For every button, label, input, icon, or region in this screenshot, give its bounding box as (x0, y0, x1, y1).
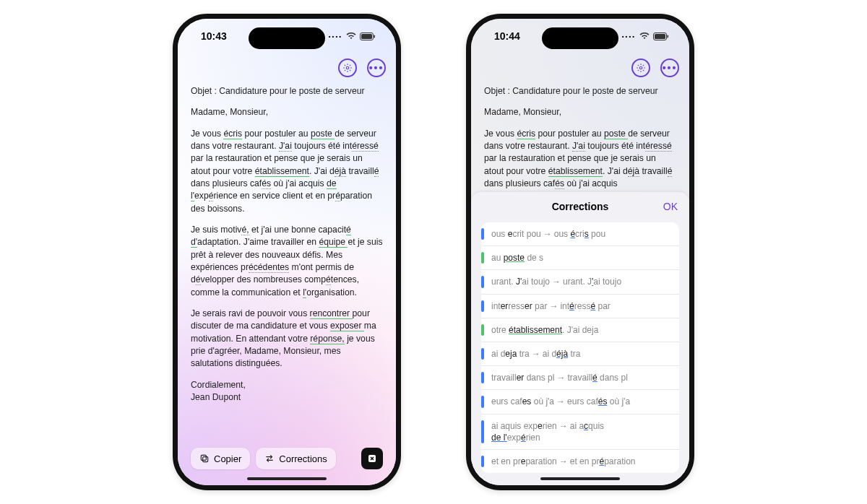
status-icons: •••• (622, 32, 669, 40)
correction-row[interactable]: ous ecrit pou→ous écris pou (481, 222, 679, 246)
paragraph-2: Je suis motivé, et j'ai une bonne capaci… (191, 224, 383, 299)
paragraph-1: Je vous écris pour postuler au poste de … (484, 128, 676, 191)
copy-label: Copier (214, 453, 241, 464)
clear-button[interactable] (361, 448, 383, 469)
correction-row[interactable]: travailler dans pl→travaillé dans pl (481, 365, 679, 389)
letter-content: Objet : Candidature pour le poste de ser… (484, 85, 676, 199)
correction-row[interactable]: au poste de s (481, 246, 679, 269)
clear-x-icon (368, 455, 376, 462)
signoff: Cordialement,Jean Dupont (191, 379, 383, 404)
svg-rect-8 (655, 34, 665, 39)
svg-rect-5 (201, 455, 206, 460)
correction-row[interactable]: interresser par→intéressé par (481, 294, 679, 318)
correction-bar (481, 276, 484, 287)
sheet-header: Corrections OK (471, 192, 689, 220)
correction-bar (481, 420, 484, 443)
status-time: 10:43 (201, 30, 227, 42)
subject-line: Objet : Candidature pour le poste de ser… (191, 85, 383, 97)
sheet-ok-button[interactable]: OK (663, 201, 678, 212)
paragraph-1: Je vous écris pour postuler au poste de … (191, 128, 383, 215)
correction-bar (481, 252, 484, 264)
corrections-label: Corrections (279, 453, 327, 464)
copy-button[interactable]: Copier (191, 448, 250, 469)
top-toolbar: ••• (338, 58, 386, 77)
correction-row[interactable]: ai deja tra→ai déjà tra (481, 342, 679, 365)
svg-rect-9 (668, 35, 669, 38)
status-icons: •••• (329, 32, 376, 40)
top-toolbar: ••• (631, 58, 679, 77)
letter-content: Objet : Candidature pour le poste de ser… (191, 85, 383, 412)
status-time: 10:44 (494, 30, 520, 42)
corrections-button[interactable]: Corrections (256, 448, 335, 469)
corrections-sheet: Corrections OK ous ecrit pou→ous écris p… (471, 192, 689, 485)
correction-bar (481, 456, 484, 467)
correction-row[interactable]: eurs cafes où j'a→eurs cafés où j'a (481, 389, 679, 413)
correction-row[interactable]: et en preparation→et en préparation (481, 449, 679, 473)
corrections-list[interactable]: ous ecrit pou→ous écris pou au poste de … (481, 222, 679, 473)
svg-rect-1 (361, 34, 372, 39)
phone-right: 10:44 •••• ••• Objet : Candidature pour … (466, 14, 694, 490)
dynamic-island (542, 27, 618, 49)
correction-row[interactable]: otre établissement. J'ai deja (481, 318, 679, 342)
home-indicator (247, 477, 327, 480)
more-menu-icon[interactable]: ••• (367, 58, 386, 77)
paragraph-3: Je serais ravi de pouvoir vous rencontre… (191, 308, 383, 370)
bottom-action-bar: Copier Corrections (191, 448, 383, 469)
svg-point-10 (639, 66, 642, 69)
phone-left: 10:43 •••• ••• Objet : Candidature pour … (173, 14, 401, 490)
swap-icon (264, 453, 275, 464)
correction-bar (481, 348, 484, 360)
sheet-title: Corrections (552, 201, 609, 212)
correction-bar (481, 228, 484, 240)
correction-bar (481, 300, 484, 312)
correction-row[interactable]: ai aquis experien→ai acquis de l'expérie… (481, 414, 679, 449)
more-menu-icon[interactable]: ••• (660, 58, 679, 77)
settings-gear-icon[interactable] (338, 58, 357, 77)
correction-bar (481, 324, 484, 336)
svg-rect-2 (374, 35, 376, 38)
greeting: Madame, Monsieur, (484, 106, 676, 118)
correction-bar (481, 372, 484, 383)
correction-bar (481, 396, 484, 407)
svg-rect-4 (203, 457, 208, 462)
svg-point-3 (346, 66, 349, 69)
correction-row[interactable]: urant. J'ai toujo→urant. J'ai toujo (481, 269, 679, 293)
dynamic-island (249, 27, 325, 49)
home-indicator (540, 477, 620, 480)
settings-gear-icon[interactable] (631, 58, 650, 77)
greeting: Madame, Monsieur, (191, 106, 383, 118)
copy-icon (199, 453, 210, 464)
subject-line: Objet : Candidature pour le poste de ser… (484, 85, 676, 97)
